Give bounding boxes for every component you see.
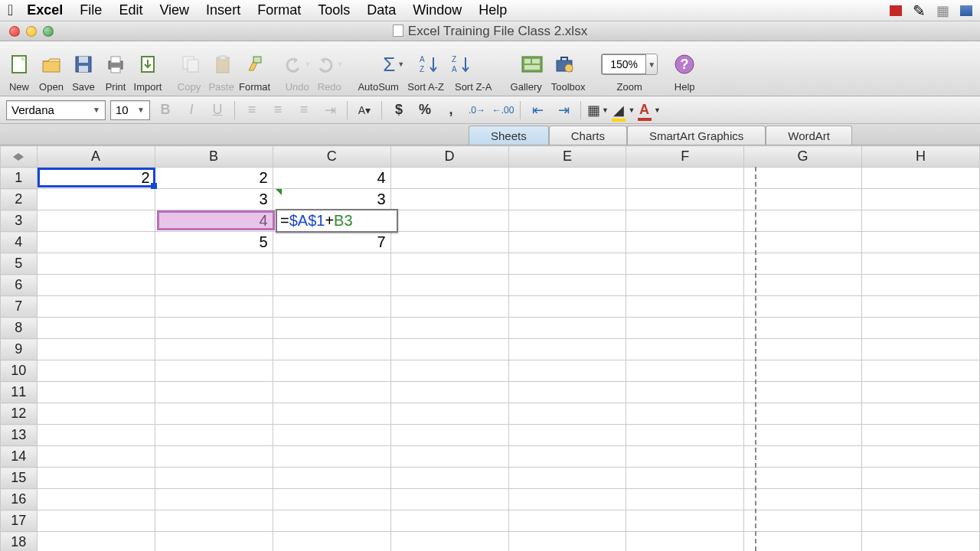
- cell-G1[interactable]: [744, 168, 862, 189]
- cell-B1[interactable]: 2: [155, 168, 273, 189]
- cell-H13[interactable]: [862, 425, 980, 446]
- row-header-13[interactable]: 13: [1, 425, 38, 446]
- cell-H11[interactable]: [862, 382, 980, 403]
- cell-G17[interactable]: [744, 510, 862, 532]
- zoom-combo[interactable]: 150% ▼: [601, 54, 658, 75]
- cell-G11[interactable]: [744, 382, 862, 403]
- cell-E6[interactable]: [508, 275, 626, 296]
- cell-B5[interactable]: [155, 253, 273, 275]
- cell-F3[interactable]: [626, 210, 744, 232]
- cell-A4[interactable]: [37, 232, 155, 253]
- cell-B2[interactable]: 3: [155, 189, 273, 210]
- borders-button[interactable]: ▦▼: [587, 100, 609, 120]
- cell-H5[interactable]: [862, 253, 980, 275]
- cell-E12[interactable]: [508, 403, 626, 425]
- cell-B10[interactable]: [155, 360, 273, 382]
- cell-D14[interactable]: [390, 446, 508, 468]
- cell-D17[interactable]: [390, 510, 508, 532]
- row-header-4[interactable]: 4: [1, 232, 38, 253]
- cell-A9[interactable]: [37, 339, 155, 360]
- cell-D4[interactable]: [390, 232, 508, 253]
- format-button[interactable]: [241, 51, 269, 78]
- app-menu[interactable]: Excel: [27, 2, 63, 18]
- tab-smartart[interactable]: SmartArt Graphics: [627, 126, 766, 145]
- autosum-button[interactable]: Σ▼: [376, 51, 411, 78]
- cell-E1[interactable]: [508, 168, 626, 189]
- column-header-D[interactable]: D: [390, 146, 508, 168]
- cell-B16[interactable]: [155, 489, 273, 510]
- column-header-A[interactable]: A: [37, 146, 155, 168]
- cell-D5[interactable]: [390, 253, 508, 275]
- cell-E15[interactable]: [508, 468, 626, 489]
- cell-G16[interactable]: [744, 489, 862, 510]
- row-header-12[interactable]: 12: [1, 403, 38, 425]
- cell-A14[interactable]: [37, 446, 155, 468]
- cell-D2[interactable]: [390, 189, 508, 210]
- cell-G12[interactable]: [744, 403, 862, 425]
- cell-G15[interactable]: [744, 468, 862, 489]
- cell-F11[interactable]: [626, 382, 744, 403]
- fill-color-button[interactable]: ◢▼: [613, 100, 635, 120]
- cell-C5[interactable]: [273, 253, 390, 275]
- toolbox-button[interactable]: [550, 51, 578, 78]
- cell-A2[interactable]: [37, 189, 155, 210]
- new-button[interactable]: [5, 51, 33, 78]
- cell-C11[interactable]: [273, 382, 390, 403]
- cell-E4[interactable]: [508, 232, 626, 253]
- cell-F16[interactable]: [626, 489, 744, 510]
- open-button[interactable]: [38, 51, 65, 78]
- cell-F18[interactable]: [626, 532, 744, 552]
- cell-B7[interactable]: [155, 296, 273, 318]
- cell-E8[interactable]: [508, 318, 626, 339]
- menu-tools[interactable]: Tools: [318, 2, 350, 18]
- cell-A17[interactable]: [37, 510, 155, 532]
- cell-D18[interactable]: [390, 532, 508, 552]
- cell-A3[interactable]: [37, 210, 155, 232]
- cell-F4[interactable]: [626, 232, 744, 253]
- cell-D10[interactable]: [390, 360, 508, 382]
- tab-sheets[interactable]: Sheets: [469, 126, 549, 145]
- cell-F17[interactable]: [626, 510, 744, 532]
- cell-C6[interactable]: [273, 275, 390, 296]
- apple-icon[interactable]: : [8, 2, 13, 19]
- cell-G6[interactable]: [744, 275, 862, 296]
- menu-insert[interactable]: Insert: [206, 2, 240, 18]
- cell-A12[interactable]: [37, 403, 155, 425]
- increase-decimal-button[interactable]: ←.00: [492, 100, 514, 120]
- row-header-3[interactable]: 3: [1, 210, 38, 232]
- cell-H10[interactable]: [862, 360, 980, 382]
- cell-G4[interactable]: [744, 232, 862, 253]
- cell-D9[interactable]: [390, 339, 508, 360]
- cell-G13[interactable]: [744, 425, 862, 446]
- cell-B8[interactable]: [155, 318, 273, 339]
- menu-window[interactable]: Window: [413, 2, 462, 18]
- cell-E17[interactable]: [508, 510, 626, 532]
- cell-G10[interactable]: [744, 360, 862, 382]
- row-header-16[interactable]: 16: [1, 489, 38, 510]
- cell-H7[interactable]: [862, 296, 980, 318]
- cell-F6[interactable]: [626, 275, 744, 296]
- tab-wordart[interactable]: WordArt: [766, 126, 852, 145]
- cell-C1[interactable]: 4: [273, 168, 390, 189]
- cell-E7[interactable]: [508, 296, 626, 318]
- cell-H3[interactable]: [862, 210, 980, 232]
- cell-A11[interactable]: [37, 382, 155, 403]
- cell-C13[interactable]: [273, 425, 390, 446]
- row-header-11[interactable]: 11: [1, 382, 38, 403]
- cell-F8[interactable]: [626, 318, 744, 339]
- cell-B3[interactable]: 4: [155, 210, 273, 232]
- cell-C16[interactable]: [273, 489, 390, 510]
- cell-C4[interactable]: 7: [273, 232, 390, 253]
- cell-G18[interactable]: [744, 532, 862, 552]
- cell-G9[interactable]: [744, 339, 862, 360]
- print-button[interactable]: [102, 51, 129, 78]
- cell-C18[interactable]: [273, 532, 390, 552]
- cell-A16[interactable]: [37, 489, 155, 510]
- cell-F10[interactable]: [626, 360, 744, 382]
- cell-H8[interactable]: [862, 318, 980, 339]
- increase-indent-button[interactable]: ⇥: [553, 100, 574, 120]
- percent-button[interactable]: %: [414, 100, 436, 120]
- decrease-decimal-button[interactable]: .0→: [466, 100, 488, 120]
- font-grow-icon[interactable]: A▾: [354, 100, 375, 120]
- cell-B14[interactable]: [155, 446, 273, 468]
